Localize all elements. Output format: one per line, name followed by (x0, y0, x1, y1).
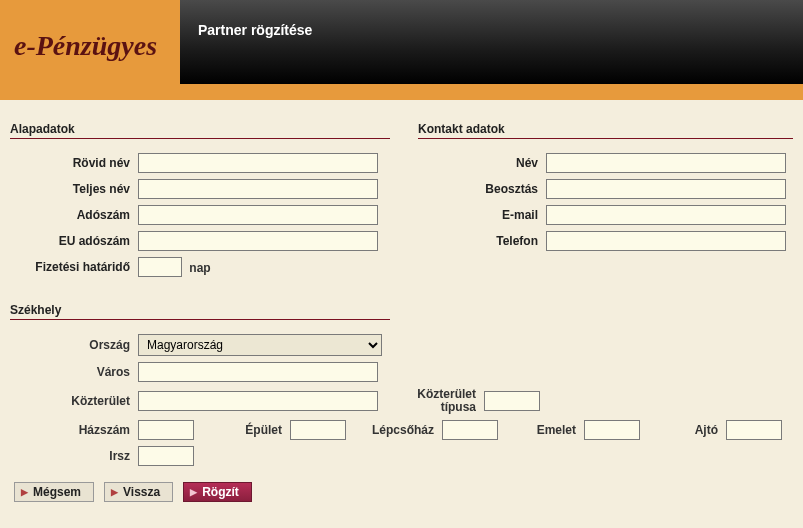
cancel-button-label: Mégsem (33, 485, 81, 499)
staircase-input[interactable] (442, 420, 498, 440)
section-address-title: Székhely (10, 303, 390, 320)
floor-input[interactable] (584, 420, 640, 440)
contact-name-input[interactable] (546, 153, 786, 173)
short-name-input[interactable] (138, 153, 378, 173)
label-door: Ajtó (648, 423, 718, 437)
arrow-right-icon: ▶ (21, 487, 28, 497)
label-street-type: Közterület típusa (386, 388, 476, 414)
label-contact-position: Beosztás (418, 182, 538, 196)
button-bar: ▶ Mégsem ▶ Vissza ▶ Rögzít (0, 476, 803, 510)
street-type-input[interactable] (484, 391, 540, 411)
tax-number-input[interactable] (138, 205, 378, 225)
label-city: Város (10, 365, 130, 379)
arrow-right-icon: ▶ (111, 487, 118, 497)
arrow-right-icon: ▶ (190, 487, 197, 497)
payment-deadline-input[interactable] (138, 257, 182, 277)
back-button-label: Vissza (123, 485, 160, 499)
house-no-input[interactable] (138, 420, 194, 440)
label-contact-name: Név (418, 156, 538, 170)
page-title: Partner rögzítése (198, 22, 312, 38)
street-input[interactable] (138, 391, 378, 411)
label-house-no: Házszám (10, 423, 130, 437)
save-button-label: Rögzít (202, 485, 239, 499)
label-full-name: Teljes név (10, 182, 130, 196)
cancel-button[interactable]: ▶ Mégsem (14, 482, 94, 502)
zip-input[interactable] (138, 446, 194, 466)
label-country: Ország (10, 338, 130, 352)
label-short-name: Rövid név (10, 156, 130, 170)
back-button[interactable]: ▶ Vissza (104, 482, 173, 502)
label-staircase: Lépcsőház (354, 423, 434, 437)
app-header: e-Pénzügyes Partner rögzítése (0, 0, 803, 100)
header-dark-band (180, 0, 803, 84)
section-basic-title: Alapadatok (10, 122, 390, 139)
label-floor: Emelet (506, 423, 576, 437)
country-select[interactable]: Magyarország (138, 334, 382, 356)
app-logo: e-Pénzügyes (14, 30, 157, 62)
contact-position-input[interactable] (546, 179, 786, 199)
contact-phone-input[interactable] (546, 231, 786, 251)
label-street: Közterület (10, 394, 130, 408)
section-contact-title: Kontakt adatok (418, 122, 793, 139)
full-name-input[interactable] (138, 179, 378, 199)
label-building: Épület (202, 423, 282, 437)
contact-email-input[interactable] (546, 205, 786, 225)
save-button[interactable]: ▶ Rögzít (183, 482, 252, 502)
label-payment-deadline: Fizetési határidő (10, 260, 130, 274)
label-zip: Irsz (10, 449, 130, 463)
label-contact-email: E-mail (418, 208, 538, 222)
label-tax-number: Adószám (10, 208, 130, 222)
building-input[interactable] (290, 420, 346, 440)
label-eu-tax-number: EU adószám (10, 234, 130, 248)
door-input[interactable] (726, 420, 782, 440)
payment-deadline-unit: nap (189, 261, 210, 275)
eu-tax-number-input[interactable] (138, 231, 378, 251)
city-input[interactable] (138, 362, 378, 382)
label-contact-phone: Telefon (418, 234, 538, 248)
